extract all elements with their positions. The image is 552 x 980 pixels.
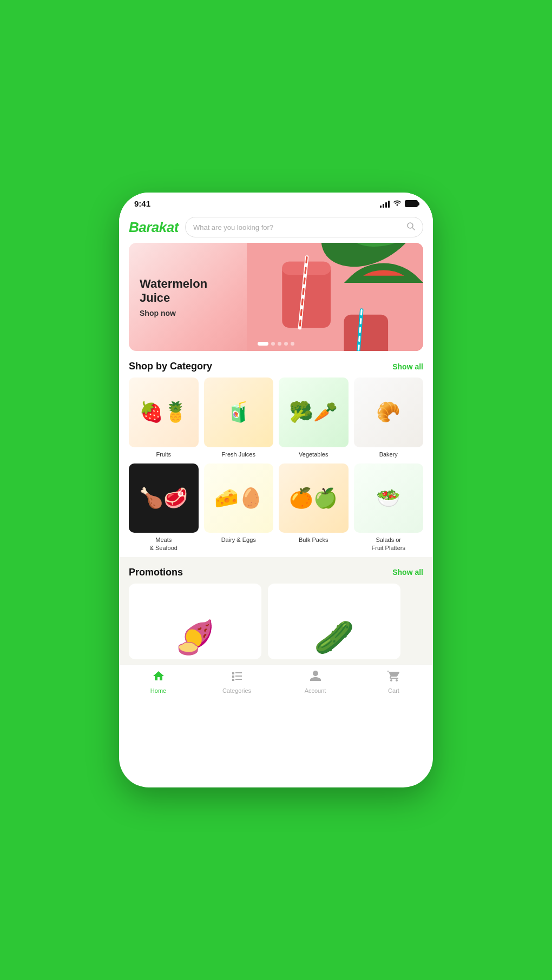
category-img-bakery: 🥐 (354, 378, 424, 447)
banner-content: Watermelon Juice Shop now (140, 277, 207, 317)
category-img-meats: 🍗🥩 (129, 463, 199, 533)
app-header: Barakat What are you looking for? (119, 213, 433, 243)
nav-item-categories[interactable]: Categories (198, 670, 276, 694)
category-label-vegetables: Vegetables (299, 451, 328, 458)
promotions-show-all[interactable]: Show all (392, 568, 423, 577)
account-icon (309, 670, 322, 686)
category-item-dairy[interactable]: 🧀🥚 Dairy & Eggs (204, 463, 274, 552)
categories-show-all[interactable]: Show all (392, 362, 423, 371)
dot-4 (284, 342, 288, 346)
category-item-fruits[interactable]: 🍓🍍 Fruits (129, 378, 199, 458)
promo-card-potato[interactable]: 🍠 (129, 584, 261, 659)
nav-item-home[interactable]: Home (119, 670, 198, 694)
bakery-emoji: 🥐 (376, 402, 400, 422)
categories-title: Shop by Category (129, 361, 212, 372)
category-img-fruits: 🍓🍍 (129, 378, 199, 447)
category-img-vegetables: 🥦🥕 (279, 378, 349, 447)
hero-banner[interactable]: Watermelon Juice Shop now (129, 243, 423, 351)
search-bar[interactable]: What are you looking for? (185, 217, 423, 237)
category-item-vegetables[interactable]: 🥦🥕 Vegetables (279, 378, 349, 458)
banner-title: Watermelon Juice (140, 277, 207, 306)
dot-1 (258, 342, 268, 346)
dot-3 (278, 342, 281, 346)
nav-item-account[interactable]: Account (276, 670, 354, 694)
promo-zucchini-icon: 🥒 (314, 621, 354, 654)
salads-emoji: 🥗 (376, 488, 400, 508)
promo-potato-icon: 🍠 (175, 621, 215, 654)
category-item-meats[interactable]: 🍗🥩 Meats& Seafood (129, 463, 199, 552)
fruits-emoji: 🍓🍍 (139, 402, 188, 422)
category-label-bakery: Bakery (379, 451, 398, 458)
category-img-bulk: 🍊🍏 (279, 463, 349, 533)
nav-label-account: Account (305, 687, 326, 694)
nav-item-cart[interactable]: Cart (354, 670, 433, 694)
category-img-salads: 🥗 (354, 463, 424, 533)
bulk-emoji: 🍊🍏 (289, 488, 338, 508)
search-icon (406, 222, 415, 233)
wifi-icon (393, 200, 402, 208)
promotions-section: Promotions Show all 🍠 🥒 (119, 557, 433, 665)
category-grid: 🍓🍍 Fruits 🧃 Fresh Juices 🥦🥕 Vegetables 🥐… (119, 378, 433, 557)
category-item-bulk[interactable]: 🍊🍏 Bulk Packs (279, 463, 349, 552)
juices-emoji: 🧃 (226, 402, 251, 422)
dot-5 (291, 342, 294, 346)
category-label-fruits: Fruits (156, 451, 172, 458)
bottom-nav: Home Categories Account (119, 665, 433, 703)
home-icon (152, 670, 165, 686)
category-label-salads: Salads orFruit Platters (372, 536, 405, 552)
category-item-juices[interactable]: 🧃 Fresh Juices (204, 378, 274, 458)
category-label-dairy: Dairy & Eggs (221, 536, 256, 544)
search-placeholder: What are you looking for? (193, 223, 402, 231)
promotions-header: Promotions Show all (119, 557, 433, 584)
status-time: 9:41 (134, 199, 150, 208)
category-label-bulk: Bulk Packs (299, 536, 328, 544)
category-img-dairy: 🧀🥚 (204, 463, 274, 533)
categories-icon (231, 670, 244, 686)
signal-icon (380, 200, 390, 208)
promo-card-zucchini[interactable]: 🥒 (268, 584, 400, 659)
status-bar: 9:41 (119, 193, 433, 213)
brand-logo: Barakat (129, 219, 179, 236)
banner-illustration (247, 243, 423, 351)
banner-cta[interactable]: Shop now (140, 308, 207, 317)
promotions-title: Promotions (129, 567, 183, 578)
categories-header: Shop by Category Show all (119, 351, 433, 378)
vegetables-emoji: 🥦🥕 (289, 402, 338, 422)
category-item-bakery[interactable]: 🥐 Bakery (354, 378, 424, 458)
nav-label-home: Home (150, 687, 166, 694)
nav-label-categories: Categories (222, 687, 251, 694)
battery-icon (405, 200, 418, 207)
dot-2 (271, 342, 275, 346)
category-img-juices: 🧃 (204, 378, 274, 447)
svg-rect-9 (344, 315, 388, 351)
phone-shell: 9:41 Barakat What are you looking for? (119, 193, 433, 787)
cart-icon (387, 670, 400, 686)
category-item-salads[interactable]: 🥗 Salads orFruit Platters (354, 463, 424, 552)
category-label-juices: Fresh Juices (222, 451, 255, 458)
status-icons (380, 200, 418, 208)
dairy-emoji: 🧀🥚 (214, 488, 263, 508)
promo-cards: 🍠 🥒 (119, 584, 433, 659)
svg-line-1 (412, 228, 415, 230)
nav-label-cart: Cart (388, 687, 399, 694)
banner-dots (258, 342, 294, 346)
category-label-meats: Meats& Seafood (150, 536, 178, 552)
meats-emoji: 🍗🥩 (139, 488, 188, 508)
